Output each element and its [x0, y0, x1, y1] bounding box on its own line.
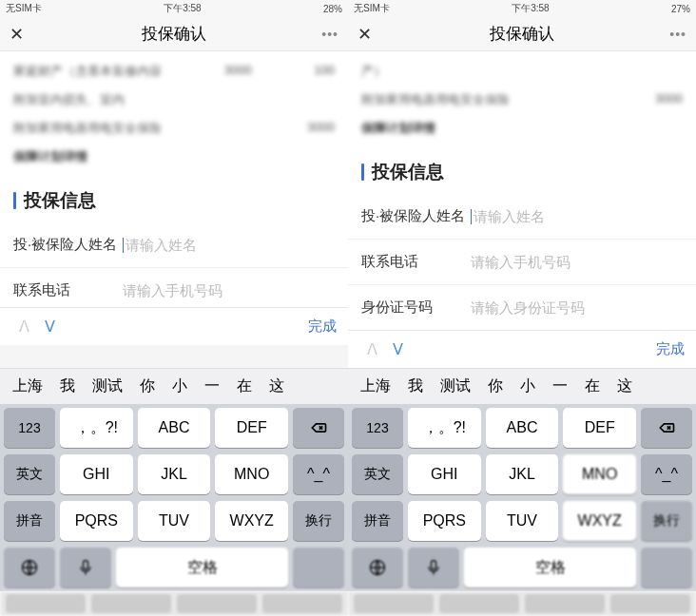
key-abc[interactable]: ABC	[486, 408, 559, 448]
key-newline[interactable]: 换行	[641, 501, 692, 541]
blur-val: 3000	[655, 91, 683, 108]
key-pinyin[interactable]: 拼音	[4, 501, 55, 541]
nav-bar: ✕ 投保确认 •••	[348, 17, 696, 51]
close-icon[interactable]: ✕	[358, 24, 380, 45]
key-pqrs[interactable]: PQRS	[408, 501, 481, 541]
form-row-name: 投·被保险人姓名	[348, 194, 696, 240]
globe-icon[interactable]	[352, 548, 403, 587]
blur-text: 产）	[361, 63, 386, 80]
phone-input[interactable]	[471, 254, 683, 270]
id-label: 身份证号码	[361, 298, 471, 317]
chevron-up-icon[interactable]: ᐱ	[11, 318, 37, 336]
battery-text: 27%	[671, 4, 690, 14]
key-wxyz[interactable]: WXYZ	[563, 501, 636, 541]
blur-text: 附加家用电器用电安全保险	[361, 91, 510, 108]
key-english[interactable]: 英文	[4, 454, 55, 494]
chevron-up-icon[interactable]: ᐱ	[359, 340, 385, 358]
carrier-text: 无SIM卡	[6, 2, 42, 15]
key-abc[interactable]: ABC	[138, 408, 211, 448]
key-newline[interactable]: 换行	[293, 501, 344, 541]
page-title: 投保确认	[32, 23, 316, 45]
page-title: 投保确认	[380, 23, 664, 45]
key-punct[interactable]: ，。?!	[60, 408, 133, 448]
section-header: 投保信息	[348, 143, 696, 194]
prediction-item[interactable]: 上海	[4, 376, 51, 396]
backspace-icon[interactable]	[641, 408, 692, 448]
key-ghi[interactable]: GHI	[408, 454, 481, 494]
done-button[interactable]: 完成	[308, 318, 337, 336]
bottom-dock	[0, 591, 348, 616]
prediction-item[interactable]: 你	[131, 376, 164, 396]
phone-label: 联系电话	[13, 281, 123, 299]
screen-left: 无SIM卡 下午3:58 28% ✕ 投保确认 ••• 家庭财产（含基本装修内容…	[0, 0, 348, 616]
key-wxyz[interactable]: WXYZ	[215, 501, 288, 541]
form-row-id: 身份证号码	[348, 285, 696, 330]
prediction-item[interactable]: 在	[228, 376, 261, 396]
section-header: 投保信息	[0, 171, 348, 222]
prediction-item[interactable]: 一	[196, 376, 228, 396]
key-ghi[interactable]: GHI	[60, 454, 133, 494]
key-emoticon[interactable]: ^_^	[293, 454, 344, 494]
key-space[interactable]: 空格	[464, 548, 636, 587]
key-bottom-right[interactable]	[293, 548, 344, 587]
blur-val: 3000	[224, 63, 252, 80]
prediction-item[interactable]: 我	[51, 376, 84, 396]
prediction-item[interactable]: 测试	[84, 376, 131, 396]
mic-icon[interactable]	[408, 548, 459, 587]
key-space[interactable]: 空格	[116, 548, 288, 587]
input-accessory-bar: ᐱ ᐯ 完成	[0, 307, 348, 345]
key-punct[interactable]: ，。?!	[408, 408, 481, 448]
name-label: 投·被保险人姓名	[13, 236, 123, 254]
key-jkl[interactable]: JKL	[138, 454, 211, 494]
status-bar: 无SIM卡 下午3:58 27%	[348, 0, 696, 17]
section-accent-bar	[361, 164, 364, 181]
phone-input[interactable]	[123, 282, 335, 298]
prediction-item[interactable]: 我	[399, 376, 432, 396]
id-input[interactable]	[471, 299, 683, 316]
blur-text: 附加家用电器用电安全保险	[13, 120, 162, 137]
prediction-item[interactable]: 小	[512, 376, 544, 396]
key-pqrs[interactable]: PQRS	[60, 501, 133, 541]
mic-icon[interactable]	[60, 548, 111, 587]
key-emoticon[interactable]: ^_^	[641, 454, 692, 494]
close-icon[interactable]: ✕	[10, 24, 32, 45]
globe-icon[interactable]	[4, 548, 55, 587]
plan-detail-link[interactable]: 保障计划详情	[361, 120, 435, 137]
key-def[interactable]: DEF	[215, 408, 288, 448]
key-jkl[interactable]: JKL	[486, 454, 559, 494]
key-pinyin[interactable]: 拼音	[352, 501, 403, 541]
chevron-down-icon[interactable]: ᐯ	[37, 318, 63, 336]
plan-detail-link[interactable]: 保障计划详情	[13, 148, 87, 165]
prediction-item[interactable]: 在	[576, 376, 609, 396]
key-tuv[interactable]: TUV	[138, 501, 211, 541]
svg-rect-1	[84, 561, 88, 569]
prediction-item[interactable]: 测试	[432, 376, 479, 396]
key-mno[interactable]: MNO	[563, 454, 636, 494]
prediction-item[interactable]: 这	[261, 376, 293, 396]
done-button[interactable]: 完成	[656, 340, 685, 358]
nav-bar: ✕ 投保确认 •••	[0, 17, 348, 51]
svg-rect-3	[432, 561, 436, 569]
key-123[interactable]: 123	[352, 408, 403, 448]
prediction-item[interactable]: 小	[164, 376, 196, 396]
chevron-down-icon[interactable]: ᐯ	[385, 340, 411, 358]
key-bottom-right[interactable]	[641, 548, 692, 587]
more-icon[interactable]: •••	[664, 27, 686, 42]
prediction-item[interactable]: 这	[609, 376, 641, 396]
text-caret	[123, 238, 124, 253]
name-input[interactable]	[126, 237, 335, 253]
key-mno[interactable]: MNO	[215, 454, 288, 494]
name-input[interactable]	[474, 208, 683, 224]
key-def[interactable]: DEF	[563, 408, 636, 448]
text-caret	[471, 209, 472, 224]
prediction-item[interactable]: 上海	[352, 376, 399, 396]
key-english[interactable]: 英文	[352, 454, 403, 494]
backspace-icon[interactable]	[293, 408, 344, 448]
prediction-item[interactable]: 一	[544, 376, 576, 396]
key-tuv[interactable]: TUV	[486, 501, 559, 541]
prediction-item[interactable]: 你	[479, 376, 512, 396]
more-icon[interactable]: •••	[316, 27, 338, 42]
content-area: 产） 附加家用电器用电安全保险3000 保障计划详情 投保信息 投·被保险人姓名…	[348, 51, 696, 330]
carrier-text: 无SIM卡	[354, 2, 390, 15]
key-123[interactable]: 123	[4, 408, 55, 448]
